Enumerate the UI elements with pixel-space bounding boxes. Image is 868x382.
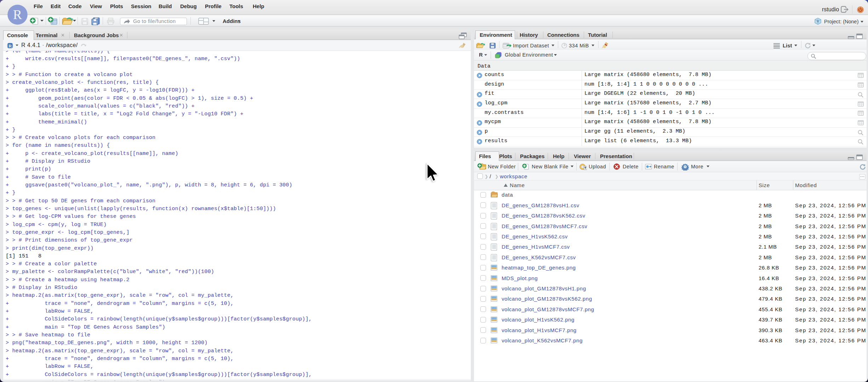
svg-text:R: R	[8, 43, 12, 48]
svg-text:R: R	[817, 19, 819, 23]
svg-text:R: R	[13, 7, 22, 22]
